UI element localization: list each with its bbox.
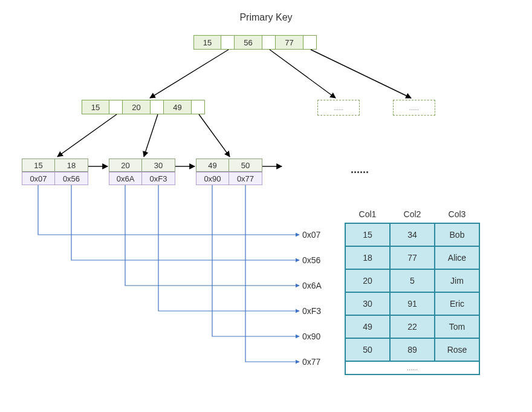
leaf2-key0: 49 (196, 159, 229, 172)
dashed-node-1: ...... (317, 100, 360, 116)
dashed-node-2: ...... (393, 100, 435, 116)
addr-4: 0x90 (302, 332, 320, 341)
mid-ptr-0 (109, 100, 123, 114)
root-ptr-2 (303, 35, 317, 50)
col-header-0: Col1 (345, 206, 390, 223)
root-node: 15 56 77 (193, 35, 317, 50)
leaf0-ptr1: 0x56 (55, 172, 88, 185)
addr-1: 0x56 (302, 255, 320, 265)
addr-2: 0x6A (302, 281, 322, 290)
data-table: Col1 Col2 Col3 1534Bob 1877Alice 205Jim … (345, 206, 480, 375)
mid-ptr-2 (192, 100, 205, 114)
table-row: 5089Rose (345, 338, 479, 361)
leaf0-ptr0: 0x07 (22, 172, 55, 185)
mid-node: 15 20 49 (82, 100, 205, 114)
table-row: 205Jim (345, 269, 479, 292)
leaf-ellipsis: ...... (351, 163, 369, 176)
leaf0-key1: 18 (55, 159, 88, 172)
leaf2-key1: 50 (229, 159, 262, 172)
line-ptr-0x6A (125, 185, 299, 286)
leaf1-key1: 30 (142, 159, 175, 172)
root-key-1: 56 (235, 35, 262, 50)
leaf0-key0: 15 (22, 159, 55, 172)
mid-key-1: 20 (123, 100, 151, 114)
addr-5: 0x77 (302, 357, 320, 367)
leaf1-ptr0: 0x6A (109, 172, 142, 185)
table-row: 1877Alice (345, 246, 479, 269)
diagram-title: Primary Key (0, 12, 532, 23)
leaf1-key0: 20 (109, 159, 142, 172)
line-ptr-0x07 (38, 185, 299, 235)
leaf2-ptr1: 0x77 (229, 172, 262, 185)
leaf1-ptr1: 0xF3 (142, 172, 175, 185)
root-ptr-1 (262, 35, 276, 50)
root-key-2: 77 (276, 35, 303, 50)
line-ptr-0xF3 (158, 185, 299, 311)
addr-0: 0x07 (302, 230, 320, 240)
col-header-2: Col3 (435, 206, 479, 223)
leaf-0: 15 18 0x07 0x56 (22, 159, 88, 185)
leaf2-ptr0: 0x90 (196, 172, 229, 185)
root-key-0: 15 (193, 35, 221, 50)
table-row: 4922Tom (345, 315, 479, 338)
arrow-root-dash2 (311, 50, 411, 98)
arrow-root-mid (150, 50, 229, 98)
line-ptr-0x90 (212, 185, 299, 336)
leaf-2: 49 50 0x90 0x77 (196, 159, 262, 185)
table-row: 1534Bob (345, 223, 479, 246)
mid-key-2: 49 (164, 100, 192, 114)
root-ptr-0 (221, 35, 235, 50)
arrow-mid-leaf0 (57, 114, 117, 157)
table-row: 3091Eric (345, 292, 479, 315)
addr-3: 0xF3 (302, 306, 321, 316)
leaf-1: 20 30 0x6A 0xF3 (109, 159, 175, 185)
arrow-root-dash1 (270, 50, 336, 98)
mid-ptr-1 (151, 100, 164, 114)
line-ptr-0x56 (71, 185, 299, 260)
arrow-mid-leaf2 (199, 114, 230, 157)
arrow-mid-leaf1 (144, 114, 158, 157)
mid-key-0: 15 (82, 100, 109, 114)
table-more-row: ...... (345, 361, 479, 374)
col-header-1: Col2 (390, 206, 435, 223)
line-ptr-0x77 (245, 185, 299, 362)
